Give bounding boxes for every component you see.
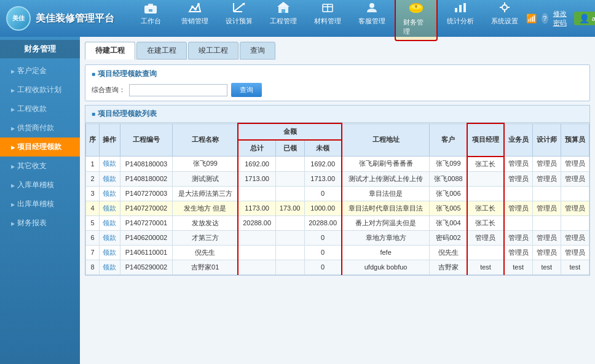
cell-salesperson — [504, 186, 533, 201]
nav-item-material[interactable]: 材料管理 — [306, 0, 349, 41]
cell-estimator — [561, 186, 589, 201]
cell-customer: 张飞099 — [430, 157, 467, 172]
table-row: 8领款P1405290002吉野家010ufdguk bobfuo吉野家test… — [86, 260, 589, 274]
nav-label-project: 工程管理 — [270, 17, 297, 26]
cell-amount-total — [238, 186, 275, 201]
cell-action[interactable]: 领款 — [99, 260, 120, 274]
nav-item-finance[interactable]: ¥ 财务管理 — [395, 0, 438, 41]
cell-customer: 密码002 — [430, 230, 467, 245]
cell-estimator: 管理员 — [561, 201, 589, 215]
cell-project-address: 章目法时代章目法章目法 — [342, 201, 430, 215]
modify-password-link[interactable]: 修改密码 — [553, 9, 569, 28]
svg-text:¥: ¥ — [415, 4, 417, 9]
cell-amount-paid — [275, 157, 304, 172]
cell-salesperson: 管理员 — [504, 201, 533, 215]
nav-item-work[interactable]: 工作台 — [129, 0, 172, 41]
nav-label-customer: 客服管理 — [358, 17, 385, 26]
main-layout: 财务管理 客户定金 工程收款计划 工程收款 供货商付款 项目经理领款 其它收支 … — [0, 37, 595, 364]
cell-project-manager: 管理员 — [467, 230, 503, 245]
cell-project-name: 倪先生 — [172, 245, 238, 260]
svg-point-26 — [502, 5, 507, 10]
cell-project-code: P1405290002 — [120, 260, 172, 274]
cell-project-code: P1406200002 — [120, 230, 172, 245]
cell-no: 1 — [86, 157, 100, 172]
nav-label-design: 设计预算 — [226, 17, 253, 26]
tab-completed[interactable]: 竣工工程 — [188, 42, 238, 60]
table-row: 1领款P1408180003张飞0991692.001692.00张飞刷刷号番番… — [86, 157, 589, 172]
nav-item-customer[interactable]: 客服管理 — [350, 0, 393, 41]
nav-label-system: 系统设置 — [491, 17, 518, 26]
col-salesperson: 业务员 — [504, 123, 533, 157]
nav-item-statistics[interactable]: 统计分析 — [439, 0, 482, 41]
cell-amount-total: 1173.00 — [238, 201, 275, 215]
col-customer: 客户 — [430, 123, 467, 157]
top-bar: 美佳 美佳装修管理平台 工作台 营销管理 设计预算 — [0, 0, 595, 37]
nav-item-design[interactable]: 设计预算 — [218, 0, 261, 41]
admin-button[interactable]: 👤 admin — [574, 12, 595, 25]
cell-action[interactable]: 领款 — [99, 186, 120, 201]
cell-customer: 吉野家 — [430, 260, 467, 274]
nav-items: 工作台 营销管理 设计预算 工程管理 材料管理 — [129, 0, 526, 41]
cell-project-name: 吉野家01 — [172, 260, 238, 274]
cell-action[interactable]: 领款 — [99, 201, 120, 215]
col-estimator: 预算员 — [561, 123, 589, 157]
cell-project-manager: 张工长 — [467, 157, 503, 172]
data-table: 序 操作 工程编号 工程名称 金额 工程地址 客户 项目经理 业务员 设计师 预… — [85, 123, 589, 275]
cell-amount-total: 1692.00 — [238, 157, 275, 172]
tab-pending[interactable]: 待建工程 — [85, 42, 135, 60]
search-button[interactable]: 查询 — [231, 83, 262, 97]
cell-amount-unpaid: 0 — [304, 230, 342, 245]
svg-line-7 — [234, 3, 245, 12]
cell-action[interactable]: 领款 — [99, 245, 120, 260]
design-icon — [231, 0, 248, 15]
sidebar-item-project-payment[interactable]: 工程收款 — [0, 99, 80, 118]
cell-estimator: 管理员 — [561, 230, 589, 245]
system-icon — [496, 0, 513, 15]
cell-action[interactable]: 领款 — [99, 157, 120, 172]
tab-building[interactable]: 在建工程 — [136, 42, 187, 60]
tab-query[interactable]: 查询 — [240, 42, 275, 60]
cell-amount-unpaid: 1713.00 — [304, 171, 342, 186]
table-row: 5领款P1407270001发放发达20288.0020288.00番上对方阿温… — [86, 215, 589, 230]
table-section: 项目经理领款列表 序 操作 工程编号 工程名称 金额 工程地址 客户 项目经理 … — [85, 105, 590, 276]
cell-action[interactable]: 领款 — [99, 230, 120, 245]
sidebar-item-storage-check[interactable]: 入库单稽核 — [0, 176, 80, 195]
sidebar-item-other-income[interactable]: 其它收支 — [0, 157, 80, 176]
nav-item-sales[interactable]: 营销管理 — [173, 0, 216, 41]
cell-designer: test — [532, 260, 561, 274]
sidebar-item-project-payment-plan[interactable]: 工程收款计划 — [0, 80, 80, 99]
search-row: 综合查询： 查询 — [92, 83, 583, 97]
cell-action[interactable]: 领款 — [99, 215, 120, 230]
cell-salesperson: 管理员 — [504, 245, 533, 260]
nav-item-system[interactable]: 系统设置 — [483, 0, 526, 41]
cell-estimator: test — [561, 260, 589, 274]
cell-amount-paid — [275, 245, 304, 260]
svg-point-5 — [194, 8, 197, 10]
cell-project-manager: 张工长 — [467, 215, 503, 230]
cell-amount-unpaid: 0 — [304, 186, 342, 201]
search-title: 项目经理领款查询 — [92, 69, 583, 79]
sidebar-item-finance-report[interactable]: 财务报表 — [0, 214, 80, 233]
search-input[interactable] — [129, 84, 227, 96]
question-mark[interactable]: ? — [542, 13, 548, 24]
cell-action[interactable]: 领款 — [99, 171, 120, 186]
col-project-address: 工程地址 — [342, 123, 430, 157]
content-area: 待建工程 在建工程 竣工工程 查询 项目经理领款查询 综合查询： 查询 项目经理… — [80, 37, 595, 364]
cell-amount-paid — [275, 215, 304, 230]
sidebar-item-outbound-check[interactable]: 出库单稽核 — [0, 195, 80, 214]
cell-project-name: 是大法师法第三方 — [172, 186, 238, 201]
nav-item-project[interactable]: 工程管理 — [262, 0, 305, 41]
logo-icon: 美佳 — [6, 6, 31, 31]
sidebar-item-customer-deposit[interactable]: 客户定金 — [0, 61, 80, 80]
sidebar-item-supplier-payment[interactable]: 供货商付款 — [0, 118, 80, 137]
app-title: 美佳装修管理平台 — [36, 12, 114, 25]
cell-amount-unpaid: 20288.00 — [304, 215, 342, 230]
cell-project-code: P1408180002 — [120, 171, 172, 186]
cell-customer: 张飞006 — [430, 186, 467, 201]
col-designer: 设计师 — [532, 123, 561, 157]
search-area: 项目经理领款查询 综合查询： 查询 — [85, 64, 590, 101]
sidebar-item-manager-payment[interactable]: 项目经理领款 — [0, 137, 80, 157]
cell-amount-paid — [275, 186, 304, 201]
cell-amount-total — [238, 245, 275, 260]
project-icon — [275, 0, 292, 15]
